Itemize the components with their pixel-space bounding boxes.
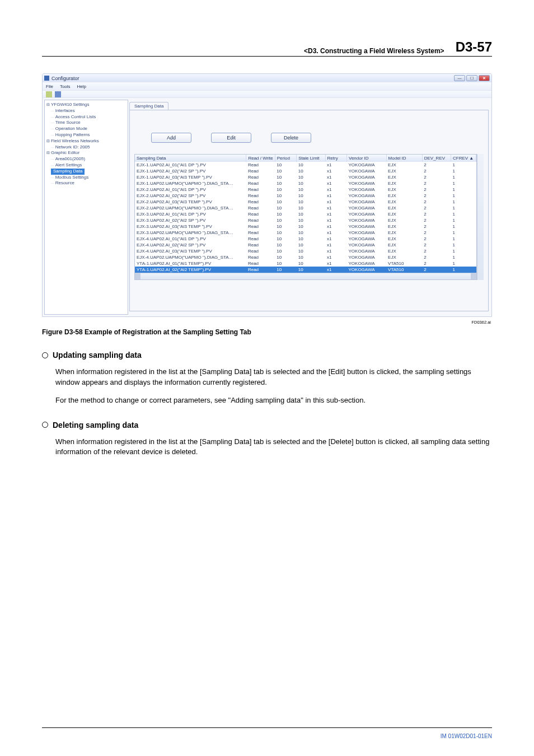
table-cell: x1 <box>325 236 346 242</box>
navigation-tree[interactable]: YFGW410 Settings Interfaces Access Contr… <box>44 100 128 315</box>
tree-item[interactable]: Network ID: 2005 <box>46 144 126 151</box>
configurator-window: Configurator — ☐ ✕ File Tools Help YFGW4… <box>42 73 492 317</box>
table-cell: EJX <box>386 242 422 248</box>
data-table[interactable]: Sampling DataRead / WritePeriodStale Lim… <box>134 154 477 280</box>
table-cell: x1 <box>325 162 346 168</box>
table-row[interactable]: EJX-2.UAP02.AI_01("AI1 DP ").PVRead1010x… <box>135 186 476 193</box>
table-row[interactable]: EJX-4.UAP02.AI_02("AI2 SP ").PVRead1010x… <box>135 242 476 248</box>
table-cell: 10 <box>275 162 296 168</box>
tree-ge[interactable]: Graphic Editor <box>46 150 126 156</box>
table-cell: Read <box>246 162 275 168</box>
table-row[interactable]: EJX-1.UAP02.AI_03("AI3 TEMP ").PVRead101… <box>135 174 476 180</box>
tree-root[interactable]: YFGW410 Settings <box>46 102 126 108</box>
column-header[interactable]: CFREV ▲ <box>451 155 476 162</box>
column-header[interactable]: Vendor ID <box>347 155 387 162</box>
table-row[interactable]: EJX-3.UAP02.AI_03("AI3 TEMP ").PVRead101… <box>135 223 476 230</box>
minimize-button[interactable]: — <box>454 75 465 81</box>
table-cell: 2 <box>422 267 451 273</box>
menu-help[interactable]: Help <box>77 84 86 89</box>
table-row[interactable]: YTA-1.UAP02.AI_02("AI2 TEMP").PVRead1010… <box>135 267 476 273</box>
tree-item[interactable]: Interfaces <box>46 108 126 114</box>
table-cell: x1 <box>325 242 346 248</box>
table-row[interactable]: EJX-3.UAP02.AI_01("AI1 DP ").PVRead1010x… <box>135 211 476 217</box>
table-row[interactable]: EJX-4.UAP02.AI_03("AI3 TEMP ").PVRead101… <box>135 248 476 254</box>
menu-tools[interactable]: Tools <box>60 84 71 89</box>
table-row[interactable]: EJX-1.UAP02.AI_02("AI2 SP ").PVRead1010x… <box>135 168 476 174</box>
tree-item[interactable]: Area001(2005) <box>46 156 126 162</box>
tree-item[interactable]: Resource <box>46 180 126 186</box>
menu-file[interactable]: File <box>46 84 53 89</box>
tree-item[interactable]: Operation Mode <box>46 126 126 132</box>
column-header[interactable]: Period <box>275 155 296 162</box>
table-cell: x1 <box>325 217 346 223</box>
table-cell: EJX <box>386 180 422 186</box>
close-button[interactable]: ✕ <box>479 75 490 81</box>
vertical-scrollbar[interactable] <box>477 154 484 280</box>
table-cell: YOKOGAWA <box>347 180 387 186</box>
column-header[interactable]: Sampling Data <box>135 155 246 162</box>
table-row[interactable]: EJX-1.UAP02.AI_01("AI1 DP ").PVRead1010x… <box>135 162 476 168</box>
tab-sampling-data[interactable]: Sampling Data <box>129 102 168 110</box>
table-cell: Read <box>246 260 275 267</box>
menu-bar[interactable]: File Tools Help <box>43 82 491 90</box>
table-row[interactable]: EJX-2.UAP02.AI_03("AI3 TEMP ").PVRead101… <box>135 199 476 205</box>
table-cell: 10 <box>297 162 325 168</box>
horizontal-scrollbar[interactable] <box>135 273 476 279</box>
table-cell: 10 <box>275 230 296 236</box>
table-row[interactable]: EJX-4.UAP02.UAPMO("UAPMO ").DIAG_STA…Rea… <box>135 254 476 260</box>
column-header[interactable]: Retry <box>325 155 346 162</box>
table-cell: EJX <box>386 211 422 217</box>
toolbar-icon-2[interactable] <box>55 91 61 97</box>
tree-item[interactable]: Access Control Lists <box>46 114 126 120</box>
table-cell: x1 <box>325 211 346 217</box>
delete-button[interactable]: Delete <box>271 133 311 143</box>
tree-item[interactable]: Hopping Patterns <box>46 132 126 138</box>
table-cell: 2 <box>422 211 451 217</box>
table-row[interactable]: EJX-2.UAP02.UAPMO("UAPMO ").DIAG_STA…Rea… <box>135 205 476 211</box>
table-cell: YOKOGAWA <box>347 168 387 174</box>
column-header[interactable]: DEV_REV <box>422 155 451 162</box>
tree-fwn[interactable]: Field Wireless Networks <box>46 138 126 144</box>
add-button[interactable]: Add <box>151 133 191 143</box>
table-cell: YTA-1.UAP02.AI_01("AI1 TEMP").PV <box>135 260 246 267</box>
table-cell: 10 <box>297 174 325 180</box>
column-header[interactable]: Model ID <box>386 155 422 162</box>
table-cell: 10 <box>297 186 325 193</box>
column-header[interactable]: Stale Limit <box>297 155 325 162</box>
table-cell: 1 <box>451 199 476 205</box>
tree-item[interactable]: Alert Settings <box>46 162 126 169</box>
toolbar-icon-1[interactable] <box>46 91 52 97</box>
table-cell: 2 <box>422 168 451 174</box>
table-cell: 10 <box>297 236 325 242</box>
table-row[interactable]: EJX-3.UAP02.UAPMO("UAPMO ").DIAG_STA…Rea… <box>135 230 476 236</box>
tree-item[interactable]: Modbus Settings <box>46 175 126 181</box>
table-cell: x1 <box>325 260 346 267</box>
tree-item[interactable]: Time Source <box>46 120 126 126</box>
table-cell: 2 <box>422 186 451 193</box>
app-icon <box>44 76 49 81</box>
table-cell: 1 <box>451 174 476 180</box>
table-row[interactable]: EJX-1.UAP02.UAPMO("UAPMO ").DIAG_STA…Rea… <box>135 180 476 186</box>
table-cell: 10 <box>297 193 325 199</box>
paragraph: When information registered in the list … <box>55 367 490 388</box>
table-cell: EJX-1.UAP02.AI_02("AI2 SP ").PV <box>135 168 246 174</box>
toolbar <box>43 90 491 98</box>
table-row[interactable]: EJX-4.UAP02.AI_01("AI1 DP ").PVRead1010x… <box>135 236 476 242</box>
table-cell: 2 <box>422 223 451 230</box>
table-cell: 10 <box>297 199 325 205</box>
titlebar[interactable]: Configurator — ☐ ✕ <box>43 74 491 82</box>
table-cell: 1 <box>451 248 476 254</box>
table-cell: EJX-4.UAP02.AI_03("AI3 TEMP ").PV <box>135 248 246 254</box>
maximize-button[interactable]: ☐ <box>466 75 477 81</box>
table-row[interactable]: YTA-1.UAP02.AI_01("AI1 TEMP").PVRead1010… <box>135 260 476 267</box>
table-cell: Read <box>246 205 275 211</box>
column-header[interactable]: Read / Write <box>246 155 275 162</box>
section-heading-updating: Updating sampling data <box>42 351 492 360</box>
table-row[interactable]: EJX-3.UAP02.AI_02("AI2 SP ").PVRead1010x… <box>135 217 476 223</box>
table-cell: 2 <box>422 174 451 180</box>
table-cell: x1 <box>325 193 346 199</box>
edit-button[interactable]: Edit <box>211 133 251 143</box>
table-cell: YOKOGAWA <box>347 205 387 211</box>
table-row[interactable]: EJX-2.UAP02.AI_02("AI2 SP ").PVRead1010x… <box>135 193 476 199</box>
tree-item-selected[interactable]: Sampling Data <box>46 169 126 175</box>
